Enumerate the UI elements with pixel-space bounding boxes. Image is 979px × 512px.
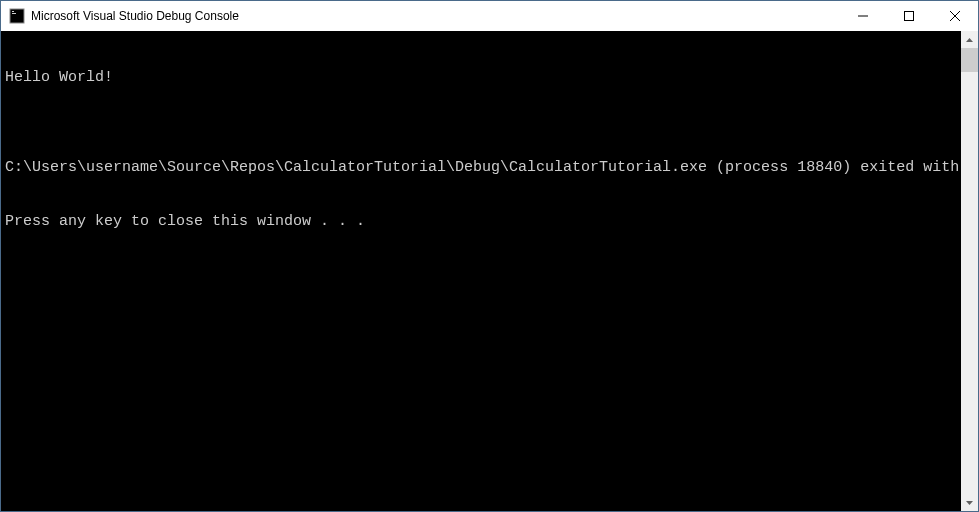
console-output[interactable]: Hello World! C:\Users\username\Source\Re…: [1, 31, 961, 511]
titlebar[interactable]: Microsoft Visual Studio Debug Console: [1, 1, 978, 31]
window-title: Microsoft Visual Studio Debug Console: [31, 9, 840, 23]
console-line: C:\Users\username\Source\Repos\Calculato…: [5, 159, 957, 177]
chevron-up-icon: [966, 38, 973, 42]
client-area: Hello World! C:\Users\username\Source\Re…: [1, 31, 978, 511]
close-button[interactable]: [932, 1, 978, 31]
minimize-icon: [858, 11, 868, 21]
chevron-down-icon: [966, 501, 973, 505]
minimize-button[interactable]: [840, 1, 886, 31]
svg-rect-4: [905, 12, 914, 21]
scroll-down-button[interactable]: [961, 494, 978, 511]
app-icon: [9, 8, 25, 24]
close-icon: [950, 11, 960, 21]
svg-rect-2: [12, 13, 16, 14]
window-controls: [840, 1, 978, 31]
scroll-thumb[interactable]: [961, 48, 978, 72]
window-frame: Microsoft Visual Studio Debug Console: [0, 0, 979, 512]
maximize-button[interactable]: [886, 1, 932, 31]
console-line: Press any key to close this window . . .: [5, 213, 957, 231]
maximize-icon: [904, 11, 914, 21]
scroll-up-button[interactable]: [961, 31, 978, 48]
vertical-scrollbar[interactable]: [961, 31, 978, 511]
svg-rect-1: [12, 11, 14, 12]
scroll-track[interactable]: [961, 48, 978, 494]
console-line: Hello World!: [5, 69, 957, 87]
